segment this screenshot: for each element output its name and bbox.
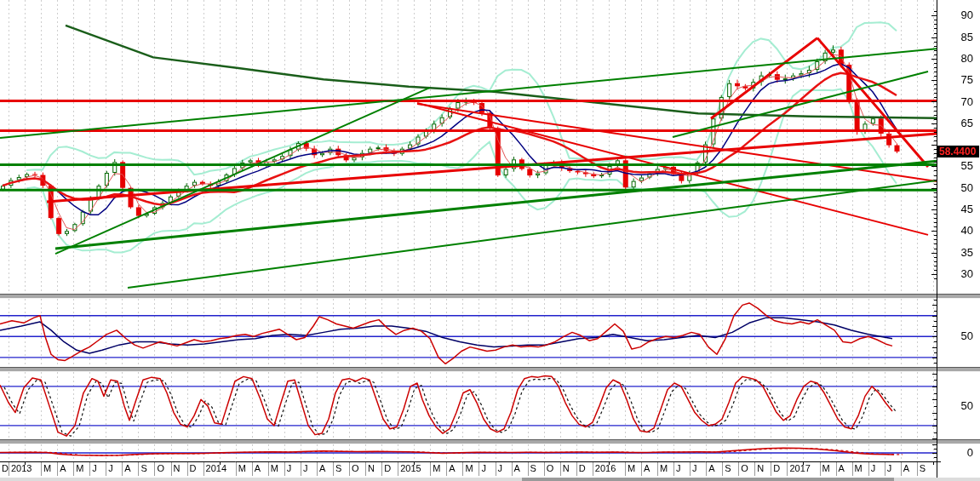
time-axis-month-cell: S xyxy=(528,462,544,476)
time-axis-month-cell: O xyxy=(738,462,754,476)
time-axis-month-cell: A xyxy=(512,462,528,476)
time-axis-month-cell: A xyxy=(122,462,138,476)
time-axis-month-cell: M xyxy=(41,462,57,476)
price-axis-label: 50 xyxy=(939,181,973,195)
time-axis-month-cell: D xyxy=(576,462,593,476)
time-axis-year-cell: 2014 xyxy=(203,462,236,476)
time-axis-month-cell: M xyxy=(625,462,641,476)
time-axis-month-cell: D xyxy=(771,462,787,476)
price-axis-label: 45 xyxy=(939,203,973,216)
time-axis-month-cell: N xyxy=(171,462,187,476)
time-axis-month-cell: J xyxy=(885,462,901,476)
charting-application-window: 908580757065555045403530 58.4400 50 50 0… xyxy=(0,0,980,481)
time-axis-month-cell: M xyxy=(430,462,446,476)
scrollbar-thumb[interactable] xyxy=(522,478,894,481)
time-axis-year-cell: 2013 xyxy=(9,462,41,476)
time-axis[interactable]: D2013MAMJJASOND2014MAMJJASOND2015MAMJJAS… xyxy=(0,462,941,477)
time-axis-month-cell: J xyxy=(868,462,885,476)
time-axis-month-cell: J xyxy=(106,462,122,476)
price-axis-label: 70 xyxy=(939,95,973,109)
time-axis-month-cell: D xyxy=(0,462,9,476)
time-axis-year-cell: 2017 xyxy=(787,462,819,476)
time-axis-month-cell: J xyxy=(690,462,706,476)
time-axis-month-cell: M xyxy=(820,462,836,476)
stoch-axis-label: 50 xyxy=(939,399,973,413)
horizontal-scrollbar[interactable] xyxy=(0,478,980,481)
time-axis-month-cell: A xyxy=(641,462,657,476)
price-axis-label: 85 xyxy=(939,31,973,44)
time-axis-month-cell: M xyxy=(657,462,673,476)
time-axis-month-cell: J xyxy=(673,462,690,476)
time-axis-month-cell: N xyxy=(365,462,381,476)
time-axis-month-cell: N xyxy=(754,462,771,476)
time-axis-month-cell: M xyxy=(268,462,284,476)
time-axis-month-cell: O xyxy=(349,462,365,476)
price-axis-label: 65 xyxy=(939,117,973,130)
time-axis-month-cell: A xyxy=(252,462,268,476)
macd-axis-label: 0 xyxy=(939,446,973,460)
time-axis-month-cell: O xyxy=(154,462,170,476)
price-chart-canvas[interactable] xyxy=(0,0,980,481)
price-axis-label: 80 xyxy=(939,52,973,66)
price-axis-label: 55 xyxy=(939,159,973,173)
time-axis-month-cell: J xyxy=(479,462,495,476)
rsi-axis-label: 50 xyxy=(939,329,973,343)
time-axis-month-cell: A xyxy=(706,462,722,476)
price-axis-label: 35 xyxy=(939,246,973,260)
time-axis-month-cell: S xyxy=(722,462,738,476)
time-axis-month-cell: M xyxy=(852,462,868,476)
price-axis-label: 90 xyxy=(939,9,973,22)
time-axis-month-cell: A xyxy=(836,462,852,476)
time-axis-month-cell: M xyxy=(462,462,479,476)
last-price-tag: 58.4400 xyxy=(937,146,979,157)
time-axis-month-cell: N xyxy=(560,462,576,476)
time-axis-month-cell: D xyxy=(187,462,203,476)
time-axis-month-cell: J xyxy=(89,462,106,476)
time-axis-month-cell: M xyxy=(73,462,89,476)
time-axis-year-cell: 2015 xyxy=(398,462,430,476)
time-axis-month-cell: O xyxy=(544,462,560,476)
time-axis-month-cell: A xyxy=(57,462,73,476)
time-axis-month-cell: A xyxy=(901,462,917,476)
time-axis-month-cell: A xyxy=(317,462,333,476)
time-axis-month-cell: J xyxy=(284,462,301,476)
time-axis-month-cell: S xyxy=(917,462,933,476)
price-axis-label: 75 xyxy=(939,73,973,87)
time-axis-month-cell: J xyxy=(301,462,317,476)
time-axis-month-cell: A xyxy=(446,462,462,476)
time-axis-month-cell: D xyxy=(381,462,398,476)
time-axis-month-cell: S xyxy=(138,462,154,476)
price-axis-label: 30 xyxy=(939,267,973,281)
time-axis-month-cell: M xyxy=(236,462,252,476)
time-axis-month-cell: J xyxy=(496,462,512,476)
time-axis-month-cell: S xyxy=(333,462,349,476)
last-price-value: 58.4400 xyxy=(939,146,976,157)
time-axis-year-cell: 2016 xyxy=(593,462,625,476)
price-axis-label: 40 xyxy=(939,224,973,238)
